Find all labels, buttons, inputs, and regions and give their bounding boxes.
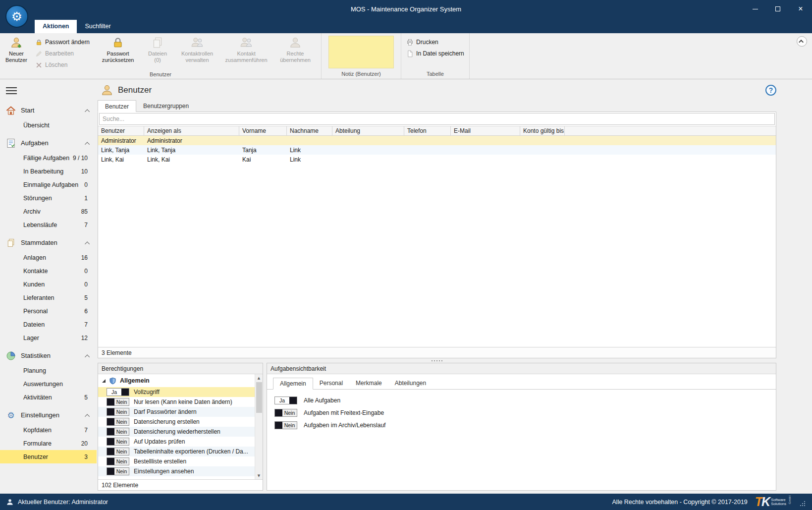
toggle-tabelleninhalte-exportieren[interactable]: Nein [107, 448, 129, 455]
sidebar-item-formulare[interactable]: Formulare 20 [0, 437, 97, 450]
horizontal-splitter[interactable] [98, 358, 776, 363]
app-logo: ⚙ [5, 5, 28, 28]
toggle-aufgaben-archiv[interactable]: Nein [274, 421, 297, 429]
column-header-vorname[interactable]: Vorname [239, 126, 287, 135]
collapse-ribbon-button[interactable] [797, 36, 807, 47]
visibility-row[interactable]: Nein Aufgaben im Archiv/Lebenslauf [274, 421, 776, 429]
sidebar-item-lieferanten[interactable]: Lieferanten 5 [0, 291, 97, 304]
scroll-up-icon[interactable]: ▲ [255, 374, 263, 382]
sidebar-section-stammdaten[interactable]: Stammdaten [0, 234, 97, 251]
toggle-aufgaben-freitext[interactable]: Nein [274, 409, 297, 417]
minimize-button[interactable] [744, 0, 766, 18]
table-row[interactable]: Link, Kai Link, Kai Kai Link [98, 155, 776, 164]
tab-benutzer[interactable]: Benutzer [98, 100, 136, 112]
permissions-panel: Berechtigungen Allgemein Ja Vollzugriff [98, 363, 263, 491]
sidebar-item-benutzer[interactable]: Benutzer 3 [0, 450, 97, 463]
print-button[interactable]: Drucken [403, 37, 467, 48]
sidebar-item-einmalige-aufgaben[interactable]: Einmalige Aufgaben 0 [0, 178, 97, 191]
new-user-button[interactable]: Neuer Benutzer [2, 34, 31, 68]
column-header-email[interactable]: E-Mail [451, 126, 520, 135]
toggle-bestellliste-erstellen[interactable]: Nein [107, 457, 129, 465]
sidebar-item-stoerungen[interactable]: Störungen 1 [0, 191, 97, 205]
search-input[interactable] [99, 113, 775, 125]
close-button[interactable]: × [789, 0, 812, 18]
scroll-down-icon[interactable]: ▼ [255, 472, 263, 479]
scrollbar-thumb[interactable] [256, 382, 262, 413]
sidebar-item-planung[interactable]: Planung [0, 364, 97, 377]
toggle-alle-aufgaben[interactable]: Ja [274, 397, 297, 404]
adopt-rights-button[interactable]: Rechte übernehmen [271, 34, 319, 68]
sidebar-item-in-bearbeitung[interactable]: In Bearbeitung 10 [0, 165, 97, 178]
sidebar-item-lager[interactable]: Lager 12 [0, 331, 97, 344]
resize-grip-icon[interactable] [799, 500, 806, 507]
merge-contact-button[interactable]: Kontakt zusammenführen [222, 34, 270, 68]
sidebar-item-uebersicht[interactable]: Übersicht [0, 118, 97, 132]
sidebar-item-archiv[interactable]: Archiv 85 [0, 205, 97, 218]
save-to-file-button[interactable]: In Datei speichern [403, 48, 467, 59]
toggle-datensicherung-erstellen[interactable]: Nein [107, 418, 129, 426]
help-button[interactable]: ? [765, 85, 776, 96]
sidebar-section-einstellungen[interactable]: ⚙ Einstellungen [0, 407, 97, 423]
sidebar-item-kontakte[interactable]: Kontakte 0 [0, 264, 97, 278]
tab-benutzergruppen[interactable]: Benutzergruppen [136, 100, 196, 112]
toggle-darf-passwoerter-aendern[interactable]: Nein [107, 408, 129, 416]
toggle-vollzugriff[interactable]: Ja [107, 388, 129, 396]
vis-tab-personal[interactable]: Personal [313, 378, 349, 389]
permission-row[interactable]: Nein Bestellliste erstellen [98, 456, 255, 466]
sidebar-item-anlagen[interactable]: Anlagen 16 [0, 251, 97, 264]
permission-row[interactable]: Nein Darf Passwörter ändern [98, 407, 255, 417]
files-button[interactable]: Dateien (0) [143, 34, 172, 68]
permission-row[interactable]: Nein Nur lesen (Kann keine Daten ändern) [98, 397, 255, 407]
ribbon-tab-aktionen[interactable]: Aktionen [35, 20, 77, 33]
toggle-datensicherung-wiederherstellen[interactable]: Nein [107, 428, 129, 436]
sidebar-item-kunden[interactable]: Kunden 0 [0, 278, 97, 291]
sidebar-section-statistiken[interactable]: Statistiken [0, 347, 97, 364]
sidebar-item-personal[interactable]: Personal 6 [0, 304, 97, 318]
user-note-field[interactable] [328, 36, 394, 68]
permission-row[interactable]: Nein Einstellungen ansehen [98, 466, 255, 476]
toggle-einstellungen-ansehen[interactable]: Nein [107, 467, 129, 475]
sidebar-section-start[interactable]: Start [0, 102, 97, 118]
column-header-konto-gueltig-bis[interactable]: Konto gültig bis [520, 126, 565, 135]
permissions-scrollbar[interactable]: ▲ ▼ [255, 374, 263, 479]
delete-button[interactable]: Löschen [32, 59, 93, 70]
contact-roles-button[interactable]: Kontaktrollen verwalten [173, 34, 221, 68]
toggle-auf-updates-pruefen[interactable]: Nein [107, 438, 129, 446]
permission-row[interactable]: Nein Tabelleninhalte exportieren (Drucke… [98, 447, 255, 456]
column-header-abteilung[interactable]: Abteilung [332, 126, 404, 135]
sidebar-item-auswertungen[interactable]: Auswertungen [0, 377, 97, 391]
permission-row[interactable]: Ja Vollzugriff [98, 387, 255, 397]
change-password-button[interactable]: Passwort ändern [32, 37, 93, 48]
permissions-group-allgemein[interactable]: Allgemein [98, 374, 255, 387]
main-content: Benutzer ? Benutzer Benutzergruppen Benu… [97, 79, 812, 494]
permission-row[interactable]: Nein Datensicherung wiederherstellen [98, 427, 255, 437]
vis-tab-merkmale[interactable]: Merkmale [349, 378, 388, 389]
column-header-benutzer[interactable]: Benutzer [98, 126, 144, 135]
sidebar-item-aktivitaeten[interactable]: Aktivitäten 5 [0, 391, 97, 404]
visibility-row[interactable]: Ja Alle Aufgaben [274, 397, 776, 404]
visibility-row[interactable]: Nein Aufgaben mit Freitext-Eingabe [274, 409, 776, 417]
permission-row[interactable]: Nein Datensicherung erstellen [98, 417, 255, 427]
file-icon [406, 50, 414, 57]
sidebar-item-kopfdaten[interactable]: Kopfdaten 7 [0, 423, 97, 437]
table-row[interactable]: Administrator Administrator [98, 136, 776, 145]
column-header-filler [565, 126, 776, 135]
vis-tab-abteilungen[interactable]: Abteilungen [388, 378, 433, 389]
sidebar-item-faellige-aufgaben[interactable]: Fällige Aufgaben 9 / 10 [0, 151, 97, 165]
column-header-telefon[interactable]: Telefon [404, 126, 451, 135]
sidebar-item-lebenslaeufe[interactable]: Lebensläufe 7 [0, 218, 97, 231]
sidebar-item-dateien[interactable]: Dateien 7 [0, 318, 97, 331]
menu-icon[interactable] [6, 87, 17, 94]
vis-tab-allgemein[interactable]: Allgemein [273, 378, 313, 390]
table-cell: Link, Tanja [98, 147, 144, 154]
edit-button[interactable]: Bearbeiten [32, 48, 93, 59]
permission-row[interactable]: Nein Auf Updates prüfen [98, 437, 255, 447]
column-header-nachname[interactable]: Nachname [287, 126, 332, 135]
sidebar-section-aufgaben[interactable]: Aufgaben [0, 135, 97, 151]
column-header-anzeigen-als[interactable]: Anzeigen als [144, 126, 239, 135]
table-row[interactable]: Link, Tanja Link, Tanja Tanja Link [98, 145, 776, 155]
reset-password-button[interactable]: Passwort zurücksetzen [94, 34, 142, 68]
toggle-nur-lesen[interactable]: Nein [107, 398, 129, 406]
maximize-button[interactable] [766, 0, 789, 18]
ribbon-tab-suchfilter[interactable]: Suchfilter [77, 20, 118, 33]
